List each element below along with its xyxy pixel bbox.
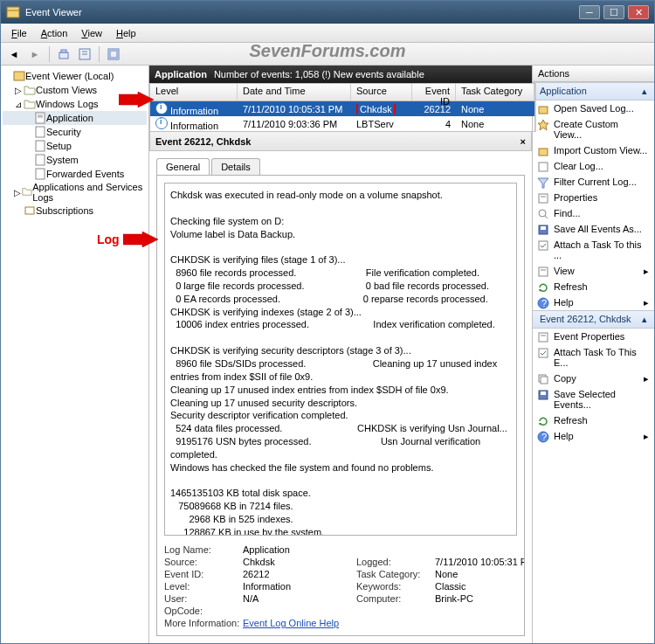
action-item[interactable]: Properties: [533, 190, 654, 205]
action-item[interactable]: Event Properties: [533, 329, 654, 344]
action-icon: [537, 208, 549, 220]
title-bar: Event Viewer ─ ☐ ✕: [1, 1, 654, 24]
info-icon: [155, 117, 168, 129]
action-icon: [537, 177, 549, 189]
maximize-button[interactable]: ☐: [603, 5, 624, 19]
svg-rect-3: [61, 50, 66, 52]
svg-rect-25: [539, 194, 548, 203]
svg-marker-19: [123, 232, 158, 247]
event-viewer-icon: [13, 70, 25, 82]
actions-header: Actions: [533, 66, 654, 82]
action-icon: [537, 281, 549, 294]
menu-view[interactable]: View: [74, 26, 109, 40]
menu-action[interactable]: Action: [34, 26, 75, 40]
back-button[interactable]: ◄: [4, 45, 24, 63]
svg-rect-0: [7, 7, 19, 17]
svg-rect-2: [59, 52, 68, 59]
svg-line-28: [545, 216, 548, 218]
action-item[interactable]: Refresh: [533, 279, 654, 294]
info-icon: [155, 102, 168, 114]
tree-subscriptions[interactable]: Subscriptions: [3, 204, 147, 218]
action-icon: [537, 389, 549, 401]
svg-text:?: ?: [541, 432, 547, 442]
arrow-annotation-icon: [119, 92, 154, 107]
action-item[interactable]: Save All Events As...: [533, 221, 654, 237]
minimize-button[interactable]: ─: [579, 5, 600, 19]
tree-system[interactable]: System: [3, 153, 147, 167]
svg-marker-21: [538, 120, 548, 130]
action-item[interactable]: Import Custom View...: [533, 142, 654, 158]
action-icon: [537, 161, 549, 173]
svg-marker-24: [538, 178, 548, 188]
log-icon: [34, 168, 46, 180]
svg-rect-20: [539, 107, 548, 114]
menu-file[interactable]: File: [4, 26, 34, 40]
svg-marker-18: [119, 92, 154, 107]
toolbar-icon-1[interactable]: [54, 45, 73, 63]
svg-rect-30: [541, 226, 546, 230]
action-icon: [537, 347, 549, 359]
list-columns[interactable]: Level Date and Time Source Event ID Task…: [150, 84, 534, 101]
tree-pane: Event Viewer (Local) ▷Custom Views ⊿Wind…: [1, 66, 149, 643]
svg-rect-41: [541, 377, 548, 384]
action-item[interactable]: Create Custom View...: [533, 116, 654, 142]
svg-rect-43: [541, 391, 546, 395]
action-icon: [537, 239, 549, 252]
tree-forwarded[interactable]: Forwarded Events: [3, 167, 147, 181]
toolbar-icon-2[interactable]: [75, 45, 94, 63]
svg-rect-32: [539, 267, 548, 276]
action-item[interactable]: Attach a Task To this ...: [533, 237, 654, 263]
action-item[interactable]: Open Saved Log...: [533, 100, 654, 116]
svg-rect-31: [539, 241, 548, 250]
action-item[interactable]: Find...: [533, 205, 654, 221]
svg-rect-22: [539, 149, 548, 156]
action-icon: [537, 192, 549, 204]
action-icon: [537, 224, 549, 236]
folder-icon: [24, 84, 36, 96]
action-item[interactable]: Save Selected Events...: [533, 386, 654, 412]
event-details-grid: Log Name:Application Source:Chkdsk Logge…: [164, 544, 517, 628]
tab-details[interactable]: Details: [211, 158, 260, 175]
action-item[interactable]: Attach Task To This E...: [533, 344, 654, 370]
tree-security[interactable]: Security: [3, 125, 147, 139]
action-item[interactable]: Refresh: [533, 412, 654, 428]
list-header: Application Number of events: 1,058 (!) …: [149, 66, 532, 83]
action-item[interactable]: Copy▸: [533, 370, 654, 386]
log-text: Chkdsk was executed in read-only mode on…: [170, 189, 511, 536]
toolbar-icon-3[interactable]: [104, 45, 123, 63]
log-icon: [34, 154, 46, 166]
log-icon: [34, 126, 46, 138]
center-pane: Log Application Number of events: 1,058 …: [149, 66, 532, 643]
event-log-online-help-link[interactable]: Event Log Online Help: [243, 618, 525, 628]
action-icon: [537, 103, 549, 115]
svg-rect-14: [36, 141, 45, 151]
arrow-annotation-icon: [123, 232, 158, 247]
svg-point-27: [539, 210, 546, 217]
action-item[interactable]: ?Help▸: [533, 428, 654, 444]
svg-rect-10: [36, 113, 45, 123]
action-icon: [537, 145, 549, 157]
svg-rect-15: [36, 155, 45, 165]
folder-icon: [24, 98, 36, 110]
tree-apps-services[interactable]: ▷Applications and Services Logs: [3, 181, 147, 204]
action-icon: ?: [537, 297, 549, 309]
close-details-button[interactable]: ×: [521, 136, 526, 147]
tree-application[interactable]: Application: [3, 111, 147, 125]
table-row[interactable]: Information 7/11/2010 9:03:36 PM LBTServ…: [150, 116, 534, 131]
forward-button[interactable]: ►: [25, 45, 45, 63]
app-icon: [6, 5, 20, 19]
svg-text:?: ?: [541, 298, 547, 308]
close-button[interactable]: ✕: [628, 5, 649, 19]
action-item[interactable]: View▸: [533, 263, 654, 279]
action-icon: [537, 119, 549, 131]
tab-general[interactable]: General: [156, 158, 210, 175]
svg-rect-39: [539, 349, 548, 357]
menu-help[interactable]: Help: [109, 26, 143, 40]
action-icon: [537, 266, 549, 278]
table-row[interactable]: Information 7/11/2010 10:05:31 PM Chkdsk…: [150, 101, 534, 116]
tree-root[interactable]: Event Viewer (Local): [3, 69, 147, 83]
action-item[interactable]: Clear Log...: [533, 158, 654, 174]
tree-setup[interactable]: Setup: [3, 139, 147, 153]
action-item[interactable]: Filter Current Log...: [533, 174, 654, 190]
action-item[interactable]: ?Help▸: [533, 294, 654, 310]
